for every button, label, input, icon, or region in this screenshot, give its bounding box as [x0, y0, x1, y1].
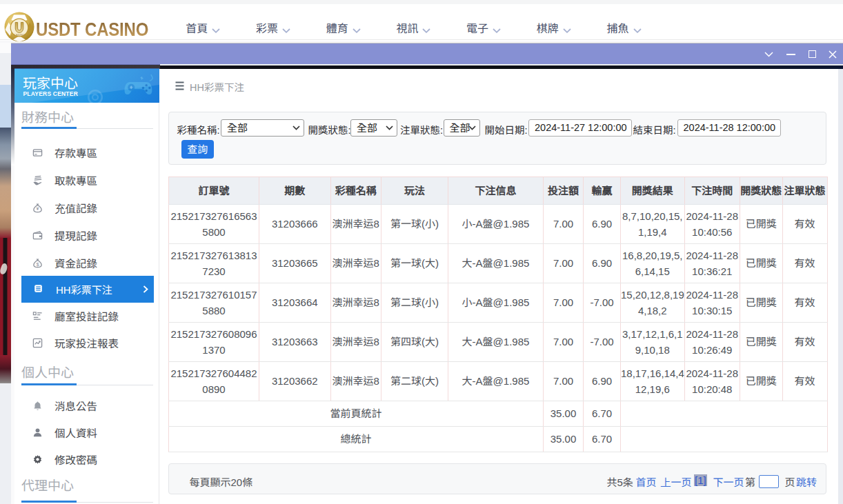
svg-text:CASINO: CASINO — [14, 33, 26, 37]
svg-text:$: $ — [36, 261, 39, 267]
svg-text:¥: ¥ — [37, 206, 39, 211]
